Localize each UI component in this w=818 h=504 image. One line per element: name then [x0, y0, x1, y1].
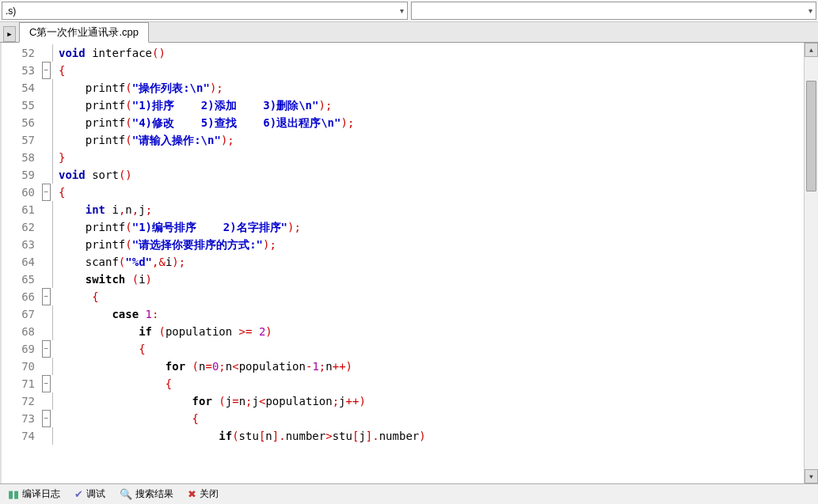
bar-chart-icon: ▮▮ — [8, 488, 19, 500]
scroll-down-button[interactable]: ▼ — [805, 469, 818, 483]
line-number: 55 — [2, 97, 40, 114]
line-number: 66 — [2, 288, 40, 305]
tab-compile-log-label: 编译日志 — [22, 487, 60, 501]
fold-toggle-icon[interactable]: − — [42, 288, 51, 305]
line-number: 56 — [2, 114, 40, 131]
tab-scroll-right-button[interactable]: ▶ — [3, 26, 16, 42]
line-number: 74 — [2, 427, 40, 445]
line-number: 58 — [2, 149, 40, 166]
tab-debug-label: 调试 — [86, 487, 105, 501]
fold-cell — [40, 114, 52, 131]
line-number: 73 — [2, 410, 40, 427]
file-tab-active[interactable]: C第一次作业通讯录.cpp — [19, 22, 149, 43]
line-number: 57 — [2, 131, 40, 149]
fold-toggle-icon[interactable]: − — [42, 62, 51, 79]
fold-cell: − — [40, 375, 52, 392]
close-icon: ✖ — [188, 488, 196, 500]
line-number: 72 — [2, 392, 40, 410]
line-number: 67 — [2, 305, 40, 323]
tab-close-label: 关闭 — [200, 487, 219, 501]
editor-area: 5253545556575859606162636465666768697071… — [0, 43, 818, 483]
fold-cell — [40, 218, 52, 236]
fold-cell: − — [40, 410, 52, 427]
tab-debug[interactable]: ✔ 调试 — [70, 486, 110, 502]
vertical-scrollbar[interactable]: ▲ ▼ — [804, 43, 818, 483]
check-icon: ✔ — [74, 488, 83, 500]
scope-dropdown-right[interactable]: ▾ — [411, 2, 817, 20]
tab-compile-log[interactable]: ▮▮ 编译日志 — [3, 486, 65, 502]
scope-dropdown-left-text: .s) — [6, 6, 16, 17]
fold-cell — [40, 427, 52, 445]
code-content[interactable]: void interface() { printf("操作列表:\n"); pr… — [52, 43, 804, 483]
chevron-down-icon: ▾ — [400, 6, 404, 15]
fold-cell — [40, 305, 52, 323]
search-icon: 🔍 — [120, 488, 132, 500]
tab-close[interactable]: ✖ 关闭 — [183, 486, 223, 502]
line-number: 69 — [2, 340, 40, 358]
line-number-gutter: 5253545556575859606162636465666768697071… — [2, 43, 40, 483]
fold-cell: − — [40, 184, 52, 201]
fold-cell — [40, 44, 52, 62]
line-number: 62 — [2, 218, 40, 236]
fold-cell — [40, 166, 52, 184]
toolbar-dropdowns: .s) ▾ ▾ — [0, 0, 818, 22]
scope-dropdown-left[interactable]: .s) ▾ — [2, 2, 408, 20]
fold-cell — [40, 131, 52, 149]
fold-cell — [40, 253, 52, 271]
fold-toggle-icon[interactable]: − — [42, 184, 51, 201]
line-number: 71 — [2, 375, 40, 392]
scroll-track[interactable] — [805, 57, 818, 469]
tab-search-results[interactable]: 🔍 搜索结果 — [115, 486, 178, 502]
scroll-thumb[interactable] — [806, 81, 816, 191]
fold-cell — [40, 358, 52, 375]
line-number: 61 — [2, 201, 40, 218]
line-number: 52 — [2, 44, 40, 62]
file-tab-label: C第一次作业通讯录.cpp — [29, 26, 139, 38]
fold-cell: − — [40, 62, 52, 79]
line-number: 54 — [2, 79, 40, 97]
bottom-panel-tabs: ▮▮ 编译日志 ✔ 调试 🔍 搜索结果 ✖ 关闭 — [0, 483, 818, 504]
fold-cell — [40, 79, 52, 97]
fold-toggle-icon[interactable]: − — [42, 375, 51, 392]
fold-cell: − — [40, 288, 52, 305]
line-number: 65 — [2, 271, 40, 288]
fold-toggle-icon[interactable]: − — [42, 340, 51, 358]
tab-strip: ▶ C第一次作业通讯录.cpp — [0, 22, 818, 43]
scroll-up-button[interactable]: ▲ — [805, 43, 818, 57]
line-number: 53 — [2, 62, 40, 79]
fold-cell: − — [40, 340, 52, 358]
fold-cell — [40, 97, 52, 114]
line-number: 59 — [2, 166, 40, 184]
fold-toggle-icon[interactable]: − — [42, 410, 51, 427]
fold-cell — [40, 236, 52, 253]
line-number: 70 — [2, 358, 40, 375]
fold-cell — [40, 323, 52, 340]
line-number: 68 — [2, 323, 40, 340]
tab-search-results-label: 搜索结果 — [135, 487, 173, 501]
fold-column: −−−−−− — [40, 43, 52, 483]
line-number: 60 — [2, 184, 40, 201]
line-number: 64 — [2, 253, 40, 271]
fold-cell — [40, 149, 52, 166]
fold-cell — [40, 271, 52, 288]
fold-cell — [40, 201, 52, 218]
fold-cell — [40, 392, 52, 410]
line-number: 63 — [2, 236, 40, 253]
chevron-down-icon: ▾ — [808, 6, 812, 15]
